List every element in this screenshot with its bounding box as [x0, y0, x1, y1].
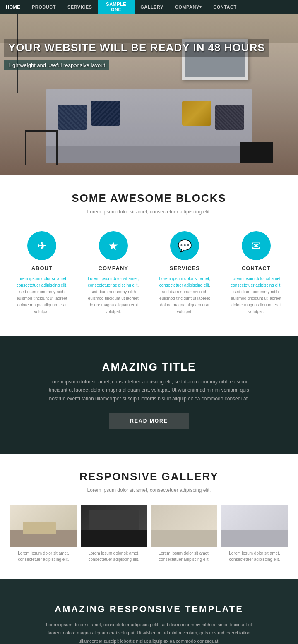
gallery-item-4[interactable]: Lorem ipsum dolor sit amet, consectetuer… — [221, 505, 288, 563]
about-icon: ✈ — [27, 231, 56, 260]
blocks-title: SOME AWESOME BLOCKS — [8, 192, 290, 205]
hero-section: YOUR WEBSITE WILL BE READY IN 48 HOURS L… — [0, 14, 298, 175]
amazing-section: AMAZING TITLE Lorem ipsum dolor sit amet… — [0, 336, 298, 454]
nav-contact[interactable]: CONTACT — [207, 0, 242, 14]
gallery-item-3[interactable]: Lorem ipsum dolor sit amet, consectetuer… — [151, 505, 217, 563]
block-company-title: COMPANY — [87, 265, 140, 271]
nav-home[interactable]: HOME — [0, 0, 26, 14]
blocks-grid: ✈ ABOUT Lorem ipsum dolor sit amet, cons… — [8, 227, 290, 319]
block-about: ✈ ABOUT Lorem ipsum dolor sit amet, cons… — [11, 227, 73, 319]
block-about-title: ABOUT — [15, 265, 69, 271]
nav-gallery[interactable]: GALLERY — [135, 0, 169, 14]
services-icon: 💬 — [170, 231, 199, 260]
gallery-caption-3: Lorem ipsum dolor sit amet, consectetuer… — [151, 550, 217, 563]
gallery-grid: Lorem ipsum dolor sit amet, consectetuer… — [8, 505, 290, 563]
hero-subtitle: Lightweight and useful responsive layout — [4, 60, 109, 70]
contact-icon: ✉ — [242, 231, 271, 260]
nav-services[interactable]: SERVICES — [62, 0, 98, 14]
gallery-item-1[interactable]: Lorem ipsum dolor sit amet, consectetuer… — [10, 505, 77, 563]
cta-text: Lorem ipsum dolor sit amet, consectetuer… — [46, 621, 252, 644]
gallery-subtitle: Lorem ipsum dolor sit amet, consectetuer… — [8, 487, 290, 493]
nav-sample-line1: SAMPLE — [106, 2, 126, 7]
amazing-subtitle: Lorem ipsum dolor sit amet, consectetuer… — [46, 378, 252, 403]
gallery-item-2[interactable]: Lorem ipsum dolor sit amet, consectetuer… — [81, 505, 147, 563]
blocks-subtitle: Lorem ipsum dolor sit amet, consectetuer… — [8, 209, 290, 215]
amazing-title: AMAZING TITLE — [102, 361, 196, 373]
company-icon: ★ — [99, 231, 128, 260]
read-more-button[interactable]: READ MORE — [109, 413, 188, 429]
block-company: ★ COMPANY Lorem ipsum dolor sit amet, co… — [82, 227, 144, 319]
block-contact-text: Lorem ipsum dolor sit amet, consectetuer… — [229, 275, 283, 315]
blocks-section: SOME AWESOME BLOCKS Lorem ipsum dolor si… — [0, 175, 298, 336]
gallery-img-4 — [221, 505, 288, 547]
nav-company[interactable]: COMPANY — [169, 0, 207, 14]
navigation: HOME PRODUCT SERVICES SAMPLE ONE GALLERY… — [0, 0, 298, 14]
gallery-img-3 — [151, 505, 217, 547]
gallery-img-1 — [10, 505, 77, 547]
nav-sample[interactable]: SAMPLE ONE — [98, 0, 135, 14]
nav-product[interactable]: PRODUCT — [26, 0, 62, 14]
gallery-img-2 — [81, 505, 147, 547]
nav-sample-line2: ONE — [111, 7, 121, 12]
hero-title: YOUR WEBSITE WILL BE READY IN 48 HOURS — [4, 39, 269, 57]
block-contact: ✉ CONTACT Lorem ipsum dolor sit amet, co… — [225, 227, 287, 319]
block-contact-title: CONTACT — [229, 265, 283, 271]
cta-title: AMAZING RESPONSIVE TEMPLATE — [55, 604, 243, 615]
block-services-title: SERVICES — [158, 265, 211, 271]
gallery-caption-2: Lorem ipsum dolor sit amet, consectetuer… — [81, 550, 147, 563]
cta-section: AMAZING RESPONSIVE TEMPLATE Lorem ipsum … — [0, 579, 298, 644]
hero-text-block: YOUR WEBSITE WILL BE READY IN 48 HOURS L… — [4, 39, 269, 70]
block-company-text: Lorem ipsum dolor sit amet, consectetuer… — [87, 275, 140, 315]
gallery-caption-1: Lorem ipsum dolor sit amet, consectetuer… — [10, 550, 77, 563]
block-services: 💬 SERVICES Lorem ipsum dolor sit amet, c… — [154, 227, 216, 319]
block-about-text: Lorem ipsum dolor sit amet, consectetuer… — [15, 275, 69, 315]
gallery-caption-4: Lorem ipsum dolor sit amet, consectetuer… — [221, 550, 288, 563]
gallery-section: RESPONSIVE GALLERY Lorem ipsum dolor sit… — [0, 454, 298, 579]
block-services-text: Lorem ipsum dolor sit amet, consectetuer… — [158, 275, 211, 315]
gallery-title: RESPONSIVE GALLERY — [8, 470, 290, 483]
